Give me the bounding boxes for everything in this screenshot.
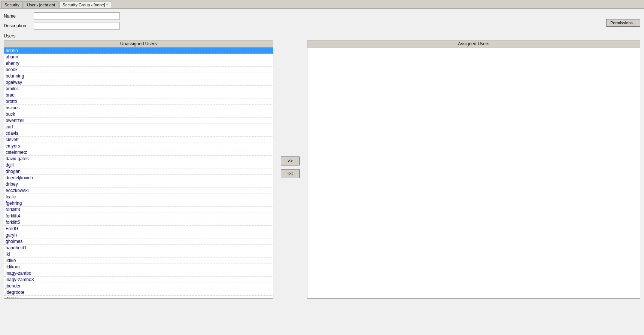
list-item[interactable]: fcalic	[4, 194, 273, 200]
list-item[interactable]: forklift4	[4, 213, 273, 219]
tab-security[interactable]: Security	[1, 1, 23, 8]
list-item[interactable]: brotto	[4, 98, 273, 105]
description-label: Description	[4, 23, 34, 28]
list-item[interactable]: bdunning	[4, 73, 273, 79]
list-item[interactable]: bgalway	[4, 79, 273, 86]
list-item[interactable]: eoczkowski	[4, 188, 273, 194]
list-item[interactable]: dhogan	[4, 168, 273, 175]
transfer-buttons-container: >> <<	[273, 40, 307, 295]
unassigned-user-list[interactable]: adminahannahenrybcookbdunningbgalwaybmil…	[4, 48, 273, 298]
users-label: Users	[4, 33, 640, 39]
users-section: Users Unassigned Users adminahannahenryb…	[4, 33, 640, 299]
list-item[interactable]: jdegroote	[4, 289, 273, 296]
list-item[interactable]: fgehring	[4, 200, 273, 207]
assigned-user-list[interactable]	[307, 48, 640, 298]
unassigned-panel: Unassigned Users adminahannahenrybcookbd…	[4, 40, 273, 299]
list-item[interactable]: forklift5	[4, 219, 273, 226]
list-item[interactable]: gholmes	[4, 238, 273, 245]
list-item[interactable]: forklift3	[4, 207, 273, 213]
unassign-button[interactable]: <<	[281, 169, 300, 178]
assigned-header: Assigned Users	[307, 40, 640, 48]
assigned-panel: Assigned Users	[307, 40, 640, 299]
list-item[interactable]: jbender	[4, 283, 273, 289]
list-item[interactable]: bmiles	[4, 86, 273, 92]
list-item[interactable]: bcook	[4, 67, 273, 73]
list-item[interactable]: cmyers	[4, 143, 273, 149]
name-label: Name	[4, 13, 34, 19]
list-item[interactable]: cdavis	[4, 130, 273, 137]
assign-button[interactable]: >>	[281, 156, 300, 165]
list-item[interactable]: brad	[4, 92, 273, 98]
description-input[interactable]	[34, 22, 120, 30]
list-item[interactable]: garyh	[4, 232, 273, 238]
unassigned-header: Unassigned Users	[4, 40, 273, 48]
tab-bar: Security User - joebright Security Group…	[0, 0, 644, 9]
list-item[interactable]: carl	[4, 124, 273, 130]
list-item[interactable]: ildiko	[4, 258, 273, 264]
list-item[interactable]: inagy-zambo	[4, 270, 273, 277]
list-item[interactable]: clevett	[4, 137, 273, 143]
list-item[interactable]: bszucs	[4, 105, 273, 111]
list-item[interactable]: iki	[4, 251, 273, 258]
list-item[interactable]: buck	[4, 111, 273, 118]
list-item[interactable]: jfaquy	[4, 296, 273, 298]
tab-security-group[interactable]: Security Group - [none] *	[59, 1, 111, 8]
description-row: Description	[4, 22, 640, 30]
list-item[interactable]: dnedeljkovich	[4, 175, 273, 181]
list-item[interactable]: inagy-zambo3	[4, 277, 273, 283]
list-item[interactable]: bwentzell	[4, 118, 273, 124]
panels-container: Unassigned Users adminahannahenrybcookbd…	[4, 40, 640, 299]
list-item[interactable]: dribey	[4, 181, 273, 188]
name-input[interactable]	[34, 12, 120, 20]
list-item[interactable]: ahenry	[4, 60, 273, 67]
list-item[interactable]: admin	[4, 48, 273, 54]
list-item[interactable]: ildikonz	[4, 264, 273, 270]
tab-user[interactable]: User - joebright	[24, 1, 58, 8]
list-item[interactable]: csteinmetz	[4, 149, 273, 156]
list-item[interactable]: FredG	[4, 226, 273, 232]
list-item[interactable]: david.gates	[4, 156, 273, 162]
permissions-button[interactable]: Permissions...	[606, 19, 640, 27]
list-item[interactable]: ahann	[4, 54, 273, 60]
list-item[interactable]: dgill	[4, 162, 273, 168]
list-item[interactable]: handheld1	[4, 245, 273, 251]
name-row: Name	[4, 12, 640, 20]
